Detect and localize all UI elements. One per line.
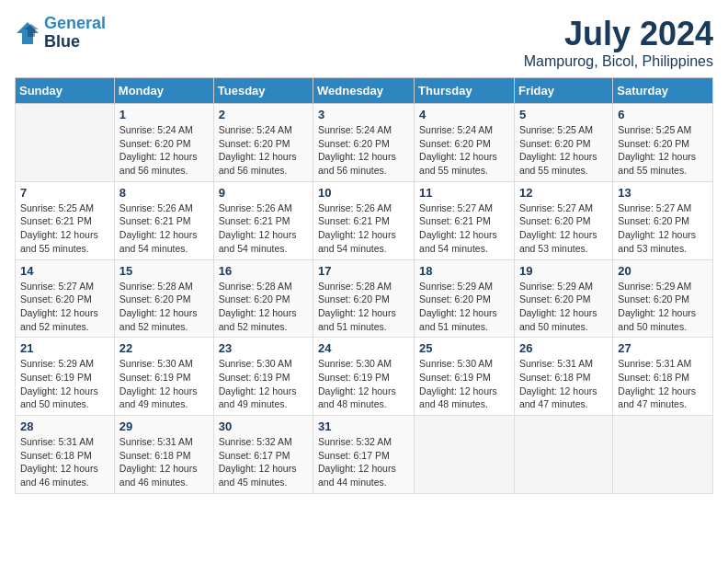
day-info: Sunrise: 5:24 AM Sunset: 6:20 PM Dayligh… <box>219 123 308 178</box>
day-info: Sunrise: 5:26 AM Sunset: 6:21 PM Dayligh… <box>318 201 409 256</box>
col-wednesday: Wednesday <box>313 78 415 104</box>
table-row: 25Sunrise: 5:30 AM Sunset: 6:19 PM Dayli… <box>415 338 515 416</box>
table-row: 12Sunrise: 5:27 AM Sunset: 6:20 PM Dayli… <box>514 181 612 259</box>
table-row <box>514 416 612 494</box>
table-row: 27Sunrise: 5:31 AM Sunset: 6:18 PM Dayli… <box>613 338 713 416</box>
col-sunday: Sunday <box>16 78 115 104</box>
logo-text: GeneralBlue <box>44 15 106 52</box>
col-tuesday: Tuesday <box>213 78 313 104</box>
day-info: Sunrise: 5:26 AM Sunset: 6:21 PM Dayligh… <box>219 201 308 256</box>
day-number: 23 <box>219 341 308 355</box>
day-number: 19 <box>519 264 608 278</box>
day-info: Sunrise: 5:31 AM Sunset: 6:18 PM Dayligh… <box>20 435 109 489</box>
table-row: 14Sunrise: 5:27 AM Sunset: 6:20 PM Dayli… <box>16 259 115 338</box>
table-row: 23Sunrise: 5:30 AM Sunset: 6:19 PM Dayli… <box>213 338 313 416</box>
table-row: 18Sunrise: 5:29 AM Sunset: 6:20 PM Dayli… <box>415 259 515 338</box>
day-info: Sunrise: 5:30 AM Sunset: 6:19 PM Dayligh… <box>318 357 409 411</box>
col-monday: Monday <box>114 78 213 104</box>
day-info: Sunrise: 5:31 AM Sunset: 6:18 PM Dayligh… <box>618 357 708 411</box>
day-info: Sunrise: 5:29 AM Sunset: 6:20 PM Dayligh… <box>519 280 608 334</box>
day-number: 11 <box>419 186 509 200</box>
month-year: July 2024 <box>524 15 713 53</box>
day-info: Sunrise: 5:30 AM Sunset: 6:19 PM Dayligh… <box>419 357 509 411</box>
day-info: Sunrise: 5:24 AM Sunset: 6:20 PM Dayligh… <box>119 123 209 178</box>
day-info: Sunrise: 5:30 AM Sunset: 6:19 PM Dayligh… <box>119 357 209 411</box>
day-number: 4 <box>419 108 509 121</box>
table-row: 24Sunrise: 5:30 AM Sunset: 6:19 PM Dayli… <box>313 338 415 416</box>
calendar-week-row: 7Sunrise: 5:25 AM Sunset: 6:21 PM Daylig… <box>16 181 713 259</box>
day-number: 8 <box>119 186 209 200</box>
table-row <box>16 104 115 182</box>
day-info: Sunrise: 5:25 AM Sunset: 6:20 PM Dayligh… <box>519 123 608 178</box>
table-row: 28Sunrise: 5:31 AM Sunset: 6:18 PM Dayli… <box>16 416 115 494</box>
table-row: 15Sunrise: 5:28 AM Sunset: 6:20 PM Dayli… <box>114 259 213 338</box>
day-info: Sunrise: 5:25 AM Sunset: 6:21 PM Dayligh… <box>20 201 109 256</box>
day-info: Sunrise: 5:24 AM Sunset: 6:20 PM Dayligh… <box>318 123 409 178</box>
day-number: 14 <box>20 264 109 278</box>
table-row: 3Sunrise: 5:24 AM Sunset: 6:20 PM Daylig… <box>313 104 415 182</box>
calendar-header-row: Sunday Monday Tuesday Wednesday Thursday… <box>16 78 713 104</box>
day-info: Sunrise: 5:26 AM Sunset: 6:21 PM Dayligh… <box>119 201 209 256</box>
day-info: Sunrise: 5:32 AM Sunset: 6:17 PM Dayligh… <box>318 435 409 489</box>
table-row: 1Sunrise: 5:24 AM Sunset: 6:20 PM Daylig… <box>114 104 213 182</box>
calendar-week-row: 28Sunrise: 5:31 AM Sunset: 6:18 PM Dayli… <box>16 416 713 494</box>
col-thursday: Thursday <box>415 78 515 104</box>
table-row: 17Sunrise: 5:28 AM Sunset: 6:20 PM Dayli… <box>313 259 415 338</box>
day-number: 15 <box>119 264 209 278</box>
col-saturday: Saturday <box>613 78 713 104</box>
day-info: Sunrise: 5:27 AM Sunset: 6:20 PM Dayligh… <box>519 201 608 256</box>
day-info: Sunrise: 5:29 AM Sunset: 6:20 PM Dayligh… <box>419 280 509 334</box>
table-row <box>415 416 515 494</box>
page-header: GeneralBlue July 2024 Mampurog, Bicol, P… <box>15 15 713 70</box>
table-row: 10Sunrise: 5:26 AM Sunset: 6:21 PM Dayli… <box>313 181 415 259</box>
logo-icon <box>15 20 40 46</box>
table-row: 2Sunrise: 5:24 AM Sunset: 6:20 PM Daylig… <box>213 104 313 182</box>
calendar-table: Sunday Monday Tuesday Wednesday Thursday… <box>15 77 713 494</box>
day-number: 10 <box>318 186 409 200</box>
day-number: 18 <box>419 264 509 278</box>
day-number: 21 <box>20 341 109 355</box>
calendar-week-row: 1Sunrise: 5:24 AM Sunset: 6:20 PM Daylig… <box>16 104 713 182</box>
day-number: 31 <box>318 419 409 433</box>
day-number: 29 <box>119 419 209 433</box>
day-number: 12 <box>519 186 608 200</box>
calendar-week-row: 21Sunrise: 5:29 AM Sunset: 6:19 PM Dayli… <box>16 338 713 416</box>
day-number: 2 <box>219 108 308 121</box>
day-info: Sunrise: 5:27 AM Sunset: 6:21 PM Dayligh… <box>419 201 509 256</box>
table-row: 22Sunrise: 5:30 AM Sunset: 6:19 PM Dayli… <box>114 338 213 416</box>
day-number: 17 <box>318 264 409 278</box>
day-info: Sunrise: 5:28 AM Sunset: 6:20 PM Dayligh… <box>318 280 409 334</box>
day-number: 26 <box>519 341 608 355</box>
day-number: 30 <box>219 419 308 433</box>
table-row: 31Sunrise: 5:32 AM Sunset: 6:17 PM Dayli… <box>313 416 415 494</box>
table-row: 5Sunrise: 5:25 AM Sunset: 6:20 PM Daylig… <box>514 104 612 182</box>
day-number: 27 <box>618 341 708 355</box>
table-row: 30Sunrise: 5:32 AM Sunset: 6:17 PM Dayli… <box>213 416 313 494</box>
table-row: 19Sunrise: 5:29 AM Sunset: 6:20 PM Dayli… <box>514 259 612 338</box>
col-friday: Friday <box>514 78 612 104</box>
table-row: 13Sunrise: 5:27 AM Sunset: 6:20 PM Dayli… <box>613 181 713 259</box>
day-info: Sunrise: 5:28 AM Sunset: 6:20 PM Dayligh… <box>119 280 209 334</box>
table-row: 26Sunrise: 5:31 AM Sunset: 6:18 PM Dayli… <box>514 338 612 416</box>
table-row <box>613 416 713 494</box>
day-number: 24 <box>318 341 409 355</box>
table-row: 6Sunrise: 5:25 AM Sunset: 6:20 PM Daylig… <box>613 104 713 182</box>
day-number: 16 <box>219 264 308 278</box>
table-row: 4Sunrise: 5:24 AM Sunset: 6:20 PM Daylig… <box>415 104 515 182</box>
day-number: 3 <box>318 108 409 121</box>
table-row: 21Sunrise: 5:29 AM Sunset: 6:19 PM Dayli… <box>16 338 115 416</box>
day-info: Sunrise: 5:31 AM Sunset: 6:18 PM Dayligh… <box>119 435 209 489</box>
day-number: 13 <box>618 186 708 200</box>
logo: GeneralBlue <box>15 15 106 52</box>
day-number: 28 <box>20 419 109 433</box>
title-block: July 2024 Mampurog, Bicol, Philippines <box>524 15 713 70</box>
day-info: Sunrise: 5:28 AM Sunset: 6:20 PM Dayligh… <box>219 280 308 334</box>
day-info: Sunrise: 5:27 AM Sunset: 6:20 PM Dayligh… <box>618 201 708 256</box>
day-info: Sunrise: 5:31 AM Sunset: 6:18 PM Dayligh… <box>519 357 608 411</box>
day-info: Sunrise: 5:29 AM Sunset: 6:20 PM Dayligh… <box>618 280 708 334</box>
table-row: 16Sunrise: 5:28 AM Sunset: 6:20 PM Dayli… <box>213 259 313 338</box>
day-number: 9 <box>219 186 308 200</box>
day-number: 1 <box>119 108 209 121</box>
day-info: Sunrise: 5:29 AM Sunset: 6:19 PM Dayligh… <box>20 357 109 411</box>
day-info: Sunrise: 5:25 AM Sunset: 6:20 PM Dayligh… <box>618 123 708 178</box>
